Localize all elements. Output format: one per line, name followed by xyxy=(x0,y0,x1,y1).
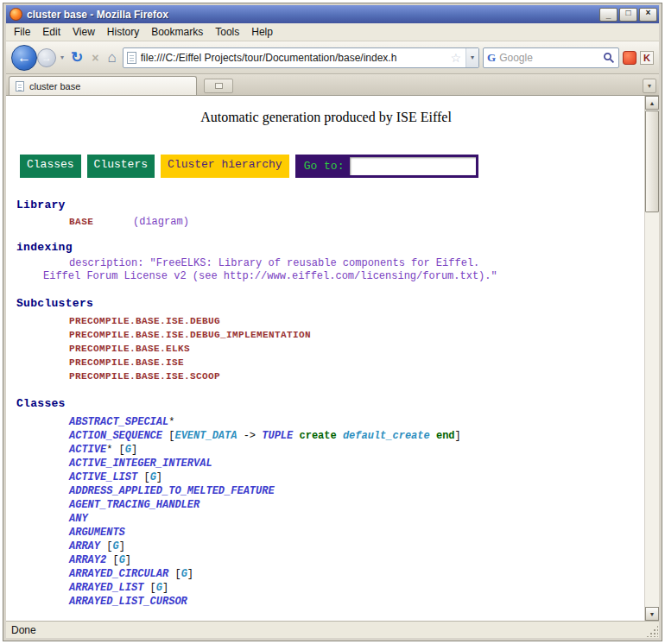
desktop-stage: cluster base - Mozilla Firefox _ □ × Fil… xyxy=(0,0,665,644)
clusters-button[interactable]: Clusters xyxy=(87,155,155,178)
status-text: Done xyxy=(11,624,36,636)
class-list-item: ARRAY [G] xyxy=(69,540,637,553)
class-list-item: ARRAYED_LIST_CURSOR xyxy=(69,595,637,609)
forward-button[interactable]: → xyxy=(37,48,56,67)
generic-param: default_create xyxy=(343,430,430,442)
menu-history[interactable]: History xyxy=(101,24,145,40)
code-text xyxy=(430,430,436,442)
search-input[interactable]: Google xyxy=(499,52,599,64)
keyword: create xyxy=(299,430,336,442)
class-link[interactable]: ARRAY2 xyxy=(69,554,106,566)
menu-help[interactable]: Help xyxy=(245,24,279,40)
indexing-description-line2: Eiffel Forum License v2 (see http://www.… xyxy=(43,270,637,283)
menubar: File Edit View History Bookmarks Tools H… xyxy=(6,23,659,41)
history-dropdown-icon[interactable]: ▾ xyxy=(60,54,65,61)
bookmark-star-icon[interactable]: ☆ xyxy=(450,51,461,65)
code-text: [ xyxy=(106,554,118,566)
class-link[interactable]: ARRAYED_LIST xyxy=(69,582,143,594)
class-link[interactable]: ACTION_SEQUENCE xyxy=(69,430,162,442)
library-name-link[interactable]: BASE xyxy=(69,217,93,227)
generic-param: G xyxy=(119,554,125,566)
page-favicon xyxy=(127,52,136,64)
tab-label: cluster base xyxy=(29,81,80,92)
subcluster-link[interactable]: PRECOMPILE.BASE.ELKS xyxy=(69,342,637,356)
stop-button[interactable]: × xyxy=(89,51,101,65)
maximize-button[interactable]: □ xyxy=(619,8,637,22)
menu-tools[interactable]: Tools xyxy=(209,24,245,40)
class-link[interactable]: ACTIVE xyxy=(69,444,106,456)
menu-view[interactable]: View xyxy=(66,24,101,40)
menu-bookmarks[interactable]: Bookmarks xyxy=(145,24,209,40)
classes-button[interactable]: Classes xyxy=(20,155,81,178)
search-bar[interactable]: G Google xyxy=(483,47,619,68)
generic-param: EVENT_DATA xyxy=(174,430,237,442)
subcluster-link[interactable]: PRECOMPILE.BASE.ISE.DEBUG xyxy=(69,314,637,328)
code-text: [ xyxy=(168,568,180,580)
class-link[interactable]: ARRAYED_LIST_CURSOR xyxy=(69,596,187,608)
back-button[interactable]: ← xyxy=(11,45,37,71)
class-list-item: ACTION_SEQUENCE [EVENT_DATA -> TUPLE cre… xyxy=(69,429,637,443)
tab-cluster-base[interactable]: cluster base xyxy=(9,76,197,95)
page-viewport: Automatic generation produced by ISE Eif… xyxy=(6,96,644,621)
addon-icon-red[interactable] xyxy=(623,51,636,65)
library-row: BASE (diagram) xyxy=(69,215,637,229)
class-link[interactable]: ABSTRACT_SPECIAL xyxy=(69,416,168,428)
scrollbar-track[interactable] xyxy=(645,110,659,607)
generic-param: G xyxy=(156,582,162,594)
list-all-tabs-button[interactable]: ▾ xyxy=(643,79,656,93)
subcluster-link[interactable]: PRECOMPILE.BASE.ISE.DEBUG_IMPLEMENTATION xyxy=(69,328,637,342)
class-link[interactable]: TUPLE xyxy=(262,430,293,442)
code-text: ] xyxy=(455,430,461,442)
class-link[interactable]: AGENT_TRACING_HANDLER xyxy=(69,499,200,511)
indexing-heading: indexing xyxy=(16,241,637,254)
new-tab-button[interactable] xyxy=(204,79,233,93)
scrollbar-thumb[interactable] xyxy=(645,110,659,212)
subcluster-link[interactable]: PRECOMPILE.BASE.ISE.SCOOP xyxy=(69,369,637,383)
scroll-up-button[interactable]: ▲ xyxy=(645,96,659,110)
class-list-item: ARRAYED_LIST [G] xyxy=(69,581,637,595)
page-banner: Automatic generation produced by ISE Eif… xyxy=(15,110,637,125)
menu-edit[interactable]: Edit xyxy=(36,24,66,40)
diagram-link[interactable]: (diagram) xyxy=(133,216,189,228)
url-input[interactable]: file:///C:/Eiffel Projects/tour/Document… xyxy=(141,52,446,64)
class-link[interactable]: ARRAYED_CIRCULAR xyxy=(69,568,168,580)
code-text: ] xyxy=(131,444,137,456)
resize-grip[interactable] xyxy=(646,625,658,637)
google-logo-icon[interactable]: G xyxy=(487,51,496,65)
class-link[interactable]: ANY xyxy=(69,513,88,525)
refresh-button[interactable]: ↻ xyxy=(68,48,86,66)
goto-input[interactable] xyxy=(350,157,476,175)
url-bar[interactable]: file:///C:/Eiffel Projects/tour/Document… xyxy=(123,47,479,68)
goto-group: Go to: xyxy=(295,155,479,178)
keyword: end xyxy=(436,430,455,442)
code-text: ] xyxy=(125,554,131,566)
class-link[interactable]: ARGUMENTS xyxy=(69,527,125,539)
code-text: ] xyxy=(187,568,193,580)
titlebar[interactable]: cluster base - Mozilla Firefox _ □ × xyxy=(6,5,659,23)
class-list-item: ACTIVE_INTEGER_INTERVAL xyxy=(69,457,637,470)
cluster-hierarchy-button[interactable]: Cluster hierarchy xyxy=(161,155,289,178)
class-link[interactable]: ACTIVE_LIST xyxy=(69,471,137,483)
subcluster-link[interactable]: PRECOMPILE.BASE.ISE xyxy=(69,356,637,369)
home-button[interactable]: ⌂ xyxy=(104,49,118,66)
class-link[interactable]: ADDRESS_APPLIED_TO_MELTED_FEATURE xyxy=(69,485,275,497)
class-link[interactable]: ACTIVE_INTEGER_INTERVAL xyxy=(69,458,212,470)
class-list-item: ARRAYED_CIRCULAR [G] xyxy=(69,567,637,581)
minimize-button[interactable]: _ xyxy=(599,8,618,22)
menu-file[interactable]: File xyxy=(8,24,36,40)
code-text: [ xyxy=(100,540,112,552)
search-icon[interactable] xyxy=(603,52,615,64)
class-list-item: ABSTRACT_SPECIAL* xyxy=(69,415,637,429)
scroll-down-button[interactable]: ▼ xyxy=(645,607,659,621)
vertical-scrollbar[interactable]: ▲ ▼ xyxy=(644,96,659,621)
generic-param: G xyxy=(181,568,187,580)
code-text: ] xyxy=(156,471,162,483)
code-text: * xyxy=(168,416,174,428)
url-dropdown-button[interactable]: ▾ xyxy=(466,48,478,67)
window-title: cluster base - Mozilla Firefox xyxy=(27,9,598,21)
generic-param: G xyxy=(125,444,131,456)
class-list-item: ADDRESS_APPLIED_TO_MELTED_FEATURE xyxy=(69,484,637,498)
class-link[interactable]: ARRAY xyxy=(69,540,100,552)
close-button[interactable]: × xyxy=(639,8,657,22)
addon-icon-k[interactable]: K xyxy=(640,51,654,65)
